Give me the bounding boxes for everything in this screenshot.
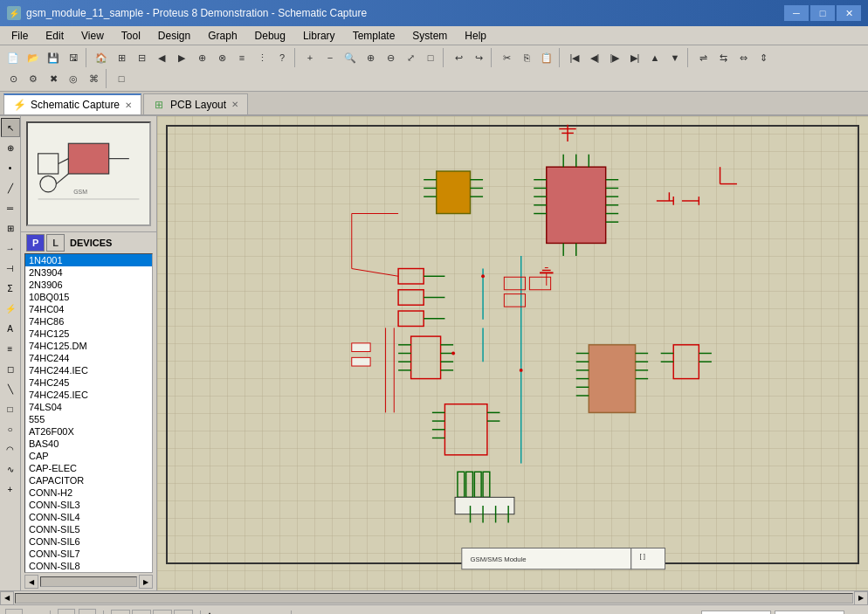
menu-view[interactable]: View bbox=[73, 27, 112, 45]
toolbar2-btn-c[interactable]: ✖ bbox=[44, 69, 63, 88]
close-button[interactable]: ✕ bbox=[837, 5, 861, 21]
tool-wire[interactable]: ╱ bbox=[1, 178, 20, 197]
device-item-74HC86[interactable]: 74HC86 bbox=[25, 315, 152, 328]
tool-add[interactable]: + bbox=[1, 479, 20, 499]
toolbar-btn-i[interactable]: ? bbox=[272, 48, 292, 67]
toolbar-btn-n[interactable]: ↩ bbox=[449, 48, 468, 67]
list-scroll-right[interactable]: ▶ bbox=[139, 575, 153, 589]
device-item-74HC125DM[interactable]: 74HC125.DM bbox=[25, 340, 152, 352]
device-item-CAP-ELEC[interactable]: CAP-ELEC bbox=[25, 462, 152, 474]
menu-file[interactable]: File bbox=[3, 27, 36, 45]
device-item-74HC04[interactable]: 74HC04 bbox=[25, 303, 152, 315]
paste-button[interactable]: 📋 bbox=[537, 48, 556, 67]
tool-arc[interactable]: ◠ bbox=[1, 439, 20, 459]
toolbar-btn-s[interactable]: ▶| bbox=[625, 48, 644, 67]
toolbar-btn-y[interactable]: ⇕ bbox=[754, 48, 773, 67]
tool-line[interactable]: ╲ bbox=[1, 379, 20, 398]
device-item-74HC244IEC[interactable]: 74HC244.IEC bbox=[25, 364, 152, 376]
fit-button[interactable]: ⤢ bbox=[401, 48, 420, 67]
toolbar-btn-j[interactable]: + bbox=[300, 48, 320, 67]
toolbar-btn-d[interactable]: ▶ bbox=[172, 48, 191, 67]
toolbar-btn-v[interactable]: ⇌ bbox=[693, 48, 713, 67]
list-scroll-left[interactable]: ◀ bbox=[24, 575, 38, 589]
toolbar-btn-h[interactable]: ⋮ bbox=[252, 48, 272, 67]
device-btn-l[interactable]: L bbox=[46, 234, 65, 252]
minimize-button[interactable]: ─ bbox=[784, 5, 809, 21]
canvas-scroll-left[interactable]: ◀ bbox=[0, 591, 14, 605]
mirror-h-button[interactable]: ↔ bbox=[58, 609, 75, 615]
menu-system[interactable]: System bbox=[404, 27, 455, 45]
menu-design[interactable]: Design bbox=[150, 27, 198, 45]
tool-bus[interactable]: ═ bbox=[1, 198, 20, 217]
device-item-CAPACITOR[interactable]: CAPACITOR bbox=[25, 474, 152, 486]
menu-tool[interactable]: Tool bbox=[114, 27, 148, 45]
device-item-CONN-SIL9[interactable]: CONN-SIL9 bbox=[25, 572, 152, 573]
copy-button[interactable]: ⎘ bbox=[517, 48, 536, 67]
toolbar2-btn-d[interactable]: ◎ bbox=[64, 69, 83, 88]
device-item-BAS40[interactable]: BAS40 bbox=[25, 438, 152, 450]
toolbar2-btn-e[interactable]: ⌘ bbox=[84, 69, 103, 88]
toolbar-btn-e[interactable]: ⊕ bbox=[192, 48, 211, 67]
toolbar-btn-b[interactable]: ⊟ bbox=[132, 48, 151, 67]
device-item-74HC245IEC[interactable]: 74HC245.IEC bbox=[25, 389, 152, 401]
device-item-CONN-SIL3[interactable]: CONN-SIL3 bbox=[25, 499, 152, 511]
toolbar-btn-a[interactable]: ⊞ bbox=[112, 48, 131, 67]
device-item-CAP[interactable]: CAP bbox=[25, 450, 152, 462]
tab-schematic[interactable]: ⚡ Schematic Capture ✕ bbox=[3, 93, 141, 114]
device-item-CONN-SIL5[interactable]: CONN-SIL5 bbox=[25, 523, 152, 535]
device-item-2N3904[interactable]: 2N3904 bbox=[25, 266, 152, 279]
toolbar-btn-t[interactable]: ▲ bbox=[645, 48, 665, 67]
canvas-scroll-track[interactable] bbox=[15, 593, 853, 604]
tool-symbol[interactable]: Σ bbox=[1, 279, 20, 298]
toolbar2-btn-b[interactable]: ⚙ bbox=[24, 69, 43, 88]
toolbar-btn-x[interactable]: ⇔ bbox=[734, 48, 753, 67]
zoom-in-button[interactable]: ⊕ bbox=[361, 48, 380, 67]
device-item-1N4001[interactable]: 1N4001 bbox=[25, 254, 152, 266]
tab-pcb[interactable]: ⊞ PCB Layout ✕ bbox=[143, 93, 248, 114]
device-item-CONN-SIL6[interactable]: CONN-SIL6 bbox=[25, 535, 152, 548]
tool-subbcircuit[interactable]: ⊞ bbox=[1, 218, 20, 238]
tool-script[interactable]: ≡ bbox=[1, 339, 20, 358]
save-all-button[interactable]: 🖫 bbox=[64, 48, 83, 67]
menu-debug[interactable]: Debug bbox=[247, 27, 293, 45]
device-item-74HC244[interactable]: 74HC244 bbox=[25, 352, 152, 364]
open-button[interactable]: 📂 bbox=[24, 48, 43, 67]
device-btn-p[interactable]: P bbox=[26, 234, 45, 252]
tool-circle[interactable]: ○ bbox=[1, 419, 20, 438]
toolbar-btn-w[interactable]: ⇆ bbox=[713, 48, 733, 67]
new-button[interactable]: 📄 bbox=[3, 48, 23, 67]
zoom-out-button[interactable]: ⊖ bbox=[381, 48, 400, 67]
menu-graph[interactable]: Graph bbox=[200, 27, 245, 45]
device-item-74LS04[interactable]: 74LS04 bbox=[25, 401, 152, 413]
device-item-CONN-SIL7[interactable]: CONN-SIL7 bbox=[25, 548, 152, 560]
tool-pin[interactable]: ⊣ bbox=[1, 259, 20, 278]
tool-probe[interactable]: ⚡ bbox=[1, 299, 20, 318]
device-item-CONN-SIL8[interactable]: CONN-SIL8 bbox=[25, 560, 152, 572]
tab-schematic-close[interactable]: ✕ bbox=[125, 100, 132, 110]
menu-library[interactable]: Library bbox=[295, 27, 343, 45]
mirror-v-button[interactable]: ↕ bbox=[79, 609, 96, 615]
toolbar-btn-f[interactable]: ⊗ bbox=[212, 48, 231, 67]
device-item-2N3906[interactable]: 2N3906 bbox=[25, 279, 152, 291]
menu-template[interactable]: Template bbox=[345, 27, 403, 45]
tool-select[interactable]: ↖ bbox=[1, 118, 20, 137]
device-item-74HC245[interactable]: 74HC245 bbox=[25, 376, 152, 389]
home-button[interactable]: 🏠 bbox=[92, 48, 111, 67]
save-button[interactable]: 💾 bbox=[44, 48, 63, 67]
toolbar-btn-o[interactable]: ↪ bbox=[469, 48, 488, 67]
canvas-area[interactable]: GSM/SMS Module [ ] bbox=[157, 116, 868, 590]
toolbar-btn-p[interactable]: |◀ bbox=[565, 48, 584, 67]
step-forward-button[interactable]: ⏭ bbox=[132, 610, 151, 615]
tool-path[interactable]: ∿ bbox=[1, 459, 20, 479]
menu-help[interactable]: Help bbox=[457, 27, 494, 45]
toolbar-btn-c[interactable]: ◀ bbox=[152, 48, 171, 67]
toolbar-btn-g[interactable]: ≡ bbox=[232, 48, 251, 67]
tab-pcb-close[interactable]: ✕ bbox=[231, 100, 238, 109]
toolbar-btn-u[interactable]: ▼ bbox=[665, 48, 685, 67]
device-item-10BQ015[interactable]: 10BQ015 bbox=[25, 291, 152, 303]
toolbar2-btn-a[interactable]: ⊙ bbox=[3, 69, 23, 88]
list-scroll-track[interactable] bbox=[40, 576, 137, 587]
device-list[interactable]: 1N4001 2N3904 2N3906 10BQ015 74HC04 74HC… bbox=[24, 253, 153, 573]
tool-component[interactable]: ⊕ bbox=[1, 138, 20, 157]
menu-edit[interactable]: Edit bbox=[38, 27, 72, 45]
